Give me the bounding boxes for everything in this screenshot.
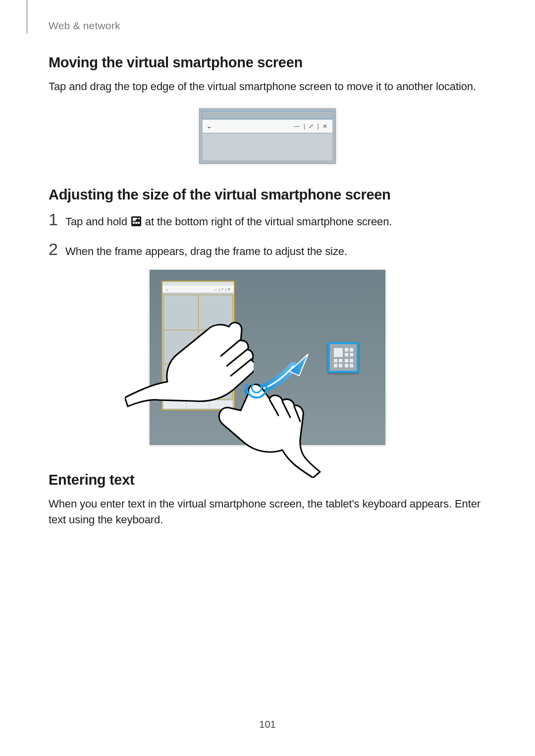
figure-titlebar: ⌄ — | ⤢ | ✕ (203, 120, 332, 133)
step-2-text: When the frame appears, drag the frame t… (65, 245, 347, 257)
svg-rect-4 (345, 353, 348, 356)
heading-moving-screen: Moving the virtual smartphone screen (49, 54, 486, 71)
svg-rect-12 (345, 364, 348, 367)
figure-1-wrap: ⌄ — | ⤢ | ✕ (49, 108, 486, 164)
hand-pointing-icon (214, 384, 333, 478)
step-1-body: Tap and hold at the bottom right of the … (65, 214, 486, 230)
window-controls-icon: — | ⤢ | ✕ (214, 287, 231, 292)
svg-rect-11 (339, 364, 342, 367)
window-controls-icon: — | ⤢ | ✕ (294, 123, 328, 130)
svg-rect-13 (350, 364, 353, 367)
svg-rect-9 (350, 359, 353, 362)
svg-rect-5 (350, 353, 353, 356)
chevron-down-icon: ⌄ (207, 123, 212, 130)
svg-rect-10 (334, 364, 337, 367)
para-entering-text: When you enter text in the virtual smart… (49, 496, 486, 528)
running-head: Web & network (49, 20, 486, 32)
figure-window-body (203, 134, 332, 160)
manual-page: Web & network Moving the virtual smartph… (0, 0, 535, 756)
svg-rect-6 (334, 359, 337, 362)
figure-phone-statusbar (162, 282, 234, 286)
heading-adjusting-size: Adjusting the size of the virtual smartp… (49, 187, 486, 203)
resize-grid-icon (131, 216, 141, 226)
chevron-down-icon: ⌄ (165, 287, 169, 292)
step-number: 1 (49, 211, 65, 228)
page-number: 101 (0, 719, 535, 730)
figure-virtual-screen-titlebar: ⌄ — | ⤢ | ✕ (199, 108, 336, 164)
margin-tab-rule (27, 0, 27, 34)
step-1-text-after: at the bottom right of the virtual smart… (142, 215, 392, 228)
step-1: 1 Tap and hold at the bottom right of th… (49, 211, 486, 230)
step-2-body: When the frame appears, drag the frame t… (65, 244, 486, 259)
figure-2-wrap: ⌄ — | ⤢ | ✕ (49, 270, 486, 445)
figure-resize-gesture: ⌄ — | ⤢ | ✕ (150, 270, 385, 445)
resize-handle-icon (328, 342, 359, 373)
figure-drag-highlight (202, 111, 333, 119)
step-number: 2 (49, 241, 65, 257)
para-moving-screen: Tap and drag the top edge of the virtual… (49, 79, 486, 95)
svg-rect-2 (345, 348, 348, 352)
svg-rect-8 (345, 359, 348, 362)
step-1-text-before: Tap and hold (65, 215, 130, 228)
svg-rect-3 (350, 348, 353, 352)
svg-rect-1 (334, 348, 343, 357)
figure-phone-titlebar: ⌄ — | ⤢ | ✕ (162, 286, 234, 293)
svg-rect-7 (339, 359, 342, 362)
step-2: 2 When the frame appears, drag the frame… (49, 241, 486, 259)
